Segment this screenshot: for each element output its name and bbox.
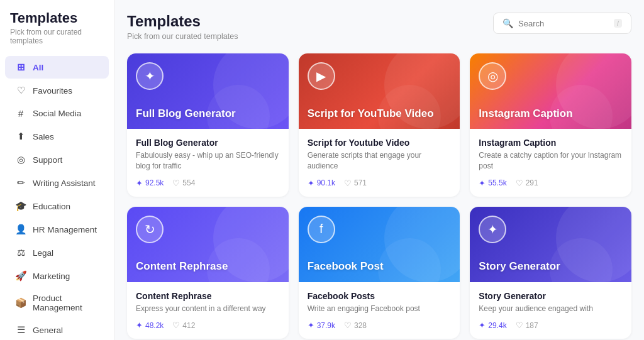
card-content[interactable]: ↻ Content Rephrase Content Rephrase Expr… — [127, 207, 289, 339]
main-content: Templates Pick from our curated template… — [114, 0, 644, 340]
card-desc-youtube: Generate scripts that engage your audien… — [308, 150, 452, 172]
card-stat-heart-youtube: ♡ 571 — [344, 178, 367, 188]
template-grid: ✦ Full Blog Generator Full Blog Generato… — [127, 53, 631, 340]
card-stat-heart-story: ♡ 187 — [516, 321, 538, 330]
card-body-story: Story Generator Keep your audience engag… — [470, 282, 631, 339]
card-desc-facebook: Write an engaging Facebook post — [308, 304, 452, 314]
sales-icon: ⬆ — [15, 131, 26, 142]
card-banner-content: ↻ Content Rephrase — [127, 207, 289, 282]
sidebar-label-general: General — [33, 326, 63, 335]
sidebar-label-sales: Sales — [33, 132, 54, 141]
card-banner-title-content: Content Rephrase — [136, 260, 228, 273]
card-instagram[interactable]: ◎ Instagram Caption Instagram Caption Cr… — [470, 53, 631, 197]
sidebar-item-marketing[interactable]: 🚀 Marketing — [5, 265, 109, 287]
sidebar-header: Templates Pick from our curated template… — [0, 10, 114, 55]
card-body-facebook: Facebook Posts Write an engaging Faceboo… — [299, 282, 460, 339]
sidebar-label-writing-assistant: Writing Assistant — [33, 178, 96, 188]
card-title-content: Content Rephrase — [136, 291, 280, 301]
sidebar-item-education[interactable]: 🎓 Education — [5, 195, 109, 217]
card-banner-title-blog: Full Blog Generator — [136, 107, 236, 120]
card-banner-icon-youtube: ▶ — [308, 62, 335, 90]
marketing-icon: 🚀 — [15, 270, 26, 282]
heart-icon-story: ♡ — [516, 321, 523, 330]
card-stats-youtube: ✦ 90.1k ♡ 571 — [308, 178, 452, 188]
sidebar-label-favourites: Favourites — [33, 86, 72, 96]
card-title-facebook: Facebook Posts — [308, 291, 452, 301]
sidebar-label-marketing: Marketing — [33, 271, 70, 281]
heart-icon-content: ♡ — [172, 321, 180, 330]
card-stat-ai-youtube: ✦ 90.1k — [308, 178, 335, 188]
card-banner-title-facebook: Facebook Post — [308, 260, 384, 273]
all-icon: ⊞ — [15, 62, 26, 73]
sidebar-label-all: All — [33, 63, 43, 72]
sidebar-label-support: Support — [33, 155, 62, 165]
card-title-story: Story Generator — [479, 291, 623, 301]
sidebar-item-social-media[interactable]: # Social Media — [5, 102, 109, 124]
card-stats-story: ✦ 29.4k ♡ 187 — [479, 321, 623, 330]
card-title-blog: Full Blog Generator — [136, 138, 280, 148]
card-stats-instagram: ✦ 55.5k ♡ 291 — [479, 178, 623, 188]
page-subtitle: Pick from our curated templates — [10, 28, 104, 45]
card-banner-title-instagram: Instagram Caption — [479, 107, 572, 120]
heart-icon-instagram: ♡ — [516, 178, 523, 188]
card-stat-ai-story: ✦ 29.4k — [479, 321, 506, 330]
card-banner-facebook: f Facebook Post — [299, 207, 460, 282]
card-stat-heart-blog: ♡ 554 — [172, 178, 195, 188]
heart-icon-blog: ♡ — [172, 178, 180, 188]
main-desc: Pick from our curated templates — [127, 32, 238, 41]
sidebar-item-support[interactable]: ◎ Support — [5, 148, 109, 171]
card-banner-instagram: ◎ Instagram Caption — [470, 53, 631, 129]
card-stat-ai-content: ✦ 48.2k — [136, 321, 164, 330]
search-input[interactable] — [518, 19, 609, 28]
main-heading: Templates — [127, 13, 238, 30]
card-desc-story: Keep your audience engaged with — [479, 304, 623, 314]
education-icon: 🎓 — [15, 200, 26, 212]
sidebar-item-hr-management[interactable]: 👤 HR Management — [5, 218, 109, 241]
card-body-content: Content Rephrase Express your content in… — [127, 282, 289, 339]
card-banner-icon-instagram: ◎ — [479, 62, 506, 90]
general-icon: ☰ — [15, 324, 26, 336]
sidebar-item-writing-assistant[interactable]: ✏ Writing Assistant — [5, 172, 109, 194]
legal-icon: ⚖ — [15, 247, 26, 258]
sidebar-item-favourites[interactable]: ♡ Favourites — [5, 79, 109, 102]
sidebar-item-legal[interactable]: ⚖ Legal — [5, 241, 109, 264]
card-stat-ai-instagram: ✦ 55.5k — [479, 178, 506, 188]
main-header: Templates Pick from our curated template… — [127, 13, 631, 41]
search-shortcut: / — [614, 19, 622, 28]
card-blog[interactable]: ✦ Full Blog Generator Full Blog Generato… — [127, 53, 289, 197]
page-title: Templates — [10, 10, 104, 26]
main-title-block: Templates Pick from our curated template… — [127, 13, 238, 41]
card-body-instagram: Instagram Caption Create a catchy captio… — [470, 129, 631, 197]
favourites-icon: ♡ — [15, 85, 26, 96]
sidebar-item-all[interactable]: ⊞ All — [5, 56, 109, 79]
ai-icon-facebook: ✦ — [308, 321, 314, 330]
card-banner-icon-blog: ✦ — [136, 62, 164, 90]
support-icon: ◎ — [15, 154, 26, 165]
card-youtube[interactable]: ▶ Script for YouTube Video Script for Yo… — [299, 53, 460, 197]
card-stat-heart-facebook: ♡ 328 — [344, 321, 367, 330]
hr-management-icon: 👤 — [15, 224, 26, 235]
card-desc-content: Express your content in a different way — [136, 304, 280, 314]
sidebar-item-product-management[interactable]: 📦 Product Management — [5, 288, 109, 318]
card-story[interactable]: ✦ Story Generator Story Generator Keep y… — [470, 207, 631, 339]
card-banner-icon-story: ✦ — [479, 216, 506, 243]
card-stat-heart-instagram: ♡ 291 — [516, 178, 538, 188]
sidebar-label-hr-management: HR Management — [33, 225, 97, 234]
sidebar-item-sales[interactable]: ⬆ Sales — [5, 125, 109, 148]
card-banner-title-youtube: Script for YouTube Video — [308, 107, 434, 120]
card-title-youtube: Script for Youtube Video — [308, 138, 452, 148]
card-body-youtube: Script for Youtube Video Generate script… — [299, 129, 460, 197]
card-body-blog: Full Blog Generator Fabulously easy - wh… — [127, 129, 289, 197]
ai-icon-instagram: ✦ — [479, 178, 486, 188]
ai-icon-blog: ✦ — [136, 178, 143, 188]
social-media-icon: # — [15, 108, 26, 119]
card-facebook[interactable]: f Facebook Post Facebook Posts Write an … — [299, 207, 460, 339]
card-stat-heart-content: ♡ 412 — [172, 321, 195, 330]
card-stats-content: ✦ 48.2k ♡ 412 — [136, 321, 280, 330]
sidebar-item-general[interactable]: ☰ General — [5, 319, 109, 340]
sidebar-label-legal: Legal — [33, 248, 53, 258]
sidebar-label-social-media: Social Media — [33, 109, 81, 118]
search-bar[interactable]: 🔍 / — [493, 13, 631, 34]
card-stats-facebook: ✦ 37.9k ♡ 328 — [308, 321, 452, 330]
card-stats-blog: ✦ 92.5k ♡ 554 — [136, 178, 280, 188]
